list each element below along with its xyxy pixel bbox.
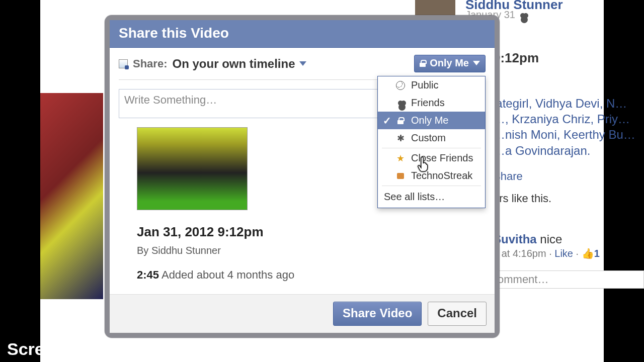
like-count-line: ers like this. <box>493 192 551 205</box>
likers-list[interactable]: lategirl, Vidhya Devi, N… …, Krzaniya Ch… <box>493 96 644 158</box>
share-label: Share: <box>133 57 167 70</box>
privacy-option-custom[interactable]: Custom <box>378 129 485 147</box>
lock-icon <box>396 117 405 124</box>
share-video-button[interactable]: Share Video <box>333 302 422 326</box>
comment-like-link[interactable]: Like <box>554 248 573 259</box>
watermark: Screencast-O-Matic.com <box>7 339 207 359</box>
dropdown-separator <box>382 148 481 148</box>
share-dialog: Share this Video Share: On your own time… <box>105 15 500 338</box>
video-duration: 2:45 <box>137 268 159 281</box>
list-icon <box>396 173 405 179</box>
video-author: By Siddhu Stunner <box>137 245 486 256</box>
friends-icon <box>518 13 527 18</box>
lock-icon <box>420 60 426 67</box>
privacy-dropdown: Public Friends Only Me Custom Close Frie… <box>377 76 486 208</box>
star-icon <box>396 154 405 163</box>
comment-like-count: 1 <box>594 248 600 259</box>
post-time: 9:12pm <box>493 50 539 66</box>
privacy-selected-value: Only Me <box>430 57 469 69</box>
privacy-option-friends[interactable]: Friends <box>378 94 485 112</box>
privacy-see-all-lists[interactable]: See all lists… <box>378 187 485 208</box>
dialog-body: Share: On your own timeline Only Me Writ… <box>110 48 495 294</box>
background-photo <box>40 93 103 299</box>
dialog-footer: Share Video Cancel <box>110 294 495 333</box>
chevron-down-icon <box>473 61 480 65</box>
privacy-selector-button[interactable]: Only Me <box>414 55 486 72</box>
share-target-value: On your own timeline <box>172 57 295 71</box>
write-comment-input[interactable]: omment… <box>493 270 644 289</box>
privacy-option-technostreak[interactable]: TechnoStreak <box>378 167 485 185</box>
video-meta: 2:45 Added about 4 months ago <box>137 268 486 282</box>
comment-author-link[interactable]: Suvitha <box>493 232 537 246</box>
chevron-down-icon <box>299 61 306 66</box>
privacy-option-only-me[interactable]: Only Me <box>378 112 485 129</box>
cancel-button[interactable]: Cancel <box>428 302 487 326</box>
privacy-option-close-friends[interactable]: Close Friends <box>378 149 485 167</box>
video-thumbnail[interactable] <box>137 127 248 210</box>
dialog-header: Share this Video <box>110 20 495 48</box>
gear-icon <box>396 134 405 143</box>
globe-icon <box>396 81 405 90</box>
dropdown-separator <box>382 186 481 186</box>
privacy-option-public[interactable]: Public <box>378 76 485 94</box>
dialog-title: Share this Video <box>119 25 486 41</box>
comment-row: Suvitha nice <box>493 232 562 246</box>
comment-meta: 1 at 4:16pm · Like · 👍1 <box>493 247 600 259</box>
thumbs-up-icon: 👍 <box>582 248 594 259</box>
video-title[interactable]: Jan 31, 2012 9:12pm <box>137 224 486 240</box>
share-icon <box>119 59 128 68</box>
friends-icon <box>396 101 405 106</box>
video-added: Added about 4 months ago <box>162 268 294 281</box>
share-target-select[interactable]: On your own timeline <box>172 57 306 71</box>
